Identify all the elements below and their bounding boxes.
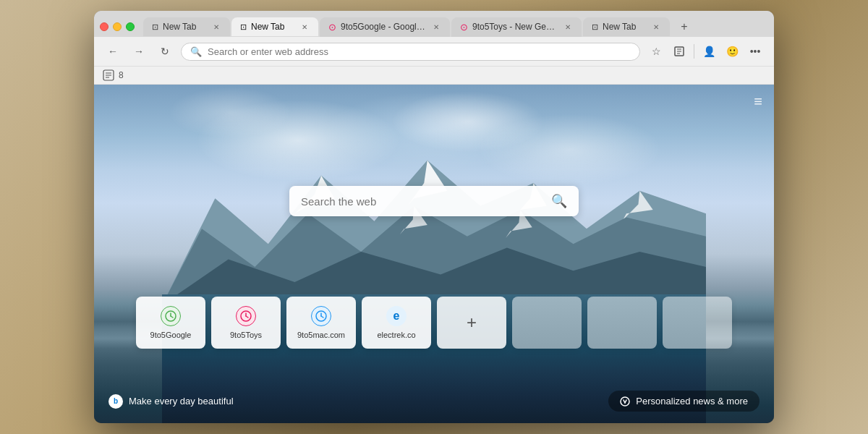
- tab-1-label: New Tab: [163, 22, 207, 32]
- tab-5-label: New Tab: [603, 22, 647, 32]
- branding-text: Make every day beautiful: [129, 396, 234, 407]
- bing-letter: b: [114, 397, 118, 405]
- news-arrow-icon: [620, 396, 630, 407]
- reload-button[interactable]: ↻: [155, 41, 175, 61]
- newtab-search-box[interactable]: 🔍: [289, 186, 579, 216]
- quick-link-9to5mac-icon: [311, 306, 331, 326]
- tab-1-icon: ⊡: [152, 22, 158, 32]
- desktop: ⊡ New Tab ✕ ⊡ New Tab ✕ ⊙ 9to5Google - G…: [0, 0, 868, 434]
- tab-4-icon: ⊙: [460, 22, 468, 33]
- new-tab-background: ≡ 🔍: [94, 85, 774, 423]
- news-btn-label: Personalized news & more: [636, 396, 748, 407]
- quick-link-9to5mac-label: 9to5mac.com: [297, 331, 345, 339]
- tab-4-label: 9to5Toys - New Gear, rev...: [472, 22, 558, 32]
- quick-links: 9to5Google 9to5Toys: [136, 297, 732, 349]
- newtab-search-input[interactable]: [301, 195, 542, 208]
- quick-link-electrek-label: electrek.co: [377, 331, 415, 339]
- quick-link-9to5google-icon: [161, 306, 181, 326]
- close-window-button[interactable]: [100, 22, 109, 31]
- address-input[interactable]: [208, 46, 631, 57]
- svg-line-19: [171, 316, 173, 318]
- quick-link-9to5mac[interactable]: 9to5mac.com: [286, 297, 356, 349]
- browser-window: ⊡ New Tab ✕ ⊡ New Tab ✕ ⊙ 9to5Google - G…: [94, 11, 774, 423]
- newtab-search-icon[interactable]: 🔍: [551, 193, 567, 209]
- maximize-window-button[interactable]: [126, 22, 135, 31]
- newtab-search-container: 🔍: [289, 186, 579, 216]
- tab-2[interactable]: ⊡ New Tab ✕: [231, 17, 318, 36]
- nav-bar: ← → ↻ 🔍 ☆: [94, 37, 774, 67]
- toolbar-row: 8: [94, 67, 774, 85]
- profile-button[interactable]: 👤: [699, 41, 719, 61]
- reading-view-button[interactable]: [669, 41, 689, 61]
- bing-logo: b: [109, 394, 123, 409]
- tab-4[interactable]: ⊙ 9to5Toys - New Gear, rev... ✕: [451, 17, 582, 37]
- nav-actions: ☆ 👤 🙂 •••: [646, 41, 765, 61]
- title-bar: ⊡ New Tab ✕ ⊡ New Tab ✕ ⊙ 9to5Google - G…: [94, 11, 774, 85]
- tab-bar: ⊡ New Tab ✕ ⊡ New Tab ✕ ⊙ 9to5Google - G…: [94, 11, 774, 37]
- tab-4-close[interactable]: ✕: [563, 22, 573, 32]
- svg-line-22: [246, 316, 248, 318]
- mountain-range: [162, 153, 706, 305]
- tab-3[interactable]: ⊙ 9to5Google - Google new... ✕: [320, 17, 450, 37]
- tab-3-label: 9to5Google - Google new...: [341, 22, 427, 32]
- quick-link-empty-1: [512, 297, 582, 349]
- newtab-bottom-bar: b Make every day beautiful Personalized …: [94, 391, 774, 412]
- new-tab-button[interactable]: +: [674, 17, 694, 37]
- favorites-button[interactable]: ☆: [646, 41, 666, 61]
- traffic-lights: [100, 22, 135, 31]
- reading-list-icon: [103, 69, 114, 81]
- quick-link-9to5toys[interactable]: 9to5Toys: [211, 297, 281, 349]
- tab-5-icon: ⊡: [592, 22, 598, 32]
- quick-link-empty-2: [587, 297, 657, 349]
- minimize-window-button[interactable]: [113, 22, 122, 31]
- quick-link-empty-3: [663, 297, 732, 349]
- tab-2-label: New Tab: [251, 22, 295, 32]
- bing-branding: b Make every day beautiful: [109, 394, 234, 409]
- emoji-button[interactable]: 🙂: [722, 41, 742, 61]
- svg-line-25: [321, 316, 323, 318]
- tab-3-close[interactable]: ✕: [431, 22, 441, 32]
- quick-link-add-button[interactable]: +: [437, 297, 506, 349]
- quick-link-9to5toys-label: 9to5Toys: [230, 331, 262, 339]
- quick-link-9to5google-label: 9to5Google: [150, 331, 192, 339]
- menu-icon[interactable]: ≡: [754, 93, 762, 110]
- nav-divider: [694, 44, 694, 59]
- reading-list-count: 8: [119, 70, 124, 80]
- address-bar[interactable]: 🔍: [181, 43, 640, 61]
- personalized-news-button[interactable]: Personalized news & more: [608, 391, 760, 412]
- address-search-icon: 🔍: [190, 46, 202, 57]
- svg-point-26: [621, 397, 629, 406]
- quick-link-electrek-icon: e: [386, 306, 407, 326]
- quick-link-9to5google[interactable]: 9to5Google: [136, 297, 205, 349]
- quick-link-9to5toys-icon: [236, 306, 256, 326]
- quick-link-electrek[interactable]: e electrek.co: [362, 297, 431, 349]
- more-button[interactable]: •••: [745, 41, 765, 61]
- back-button[interactable]: ←: [103, 41, 123, 61]
- browser-content: ≡ 🔍: [94, 85, 774, 423]
- forward-button[interactable]: →: [129, 41, 149, 61]
- tab-5-close[interactable]: ✕: [651, 22, 661, 32]
- tab-1[interactable]: ⊡ New Tab ✕: [143, 17, 230, 36]
- tab-5[interactable]: ⊡ New Tab ✕: [583, 17, 670, 36]
- tab-2-close[interactable]: ✕: [299, 22, 310, 32]
- tab-2-icon: ⊡: [240, 22, 247, 32]
- tab-3-icon: ⊙: [328, 22, 336, 33]
- tab-1-close[interactable]: ✕: [211, 22, 221, 32]
